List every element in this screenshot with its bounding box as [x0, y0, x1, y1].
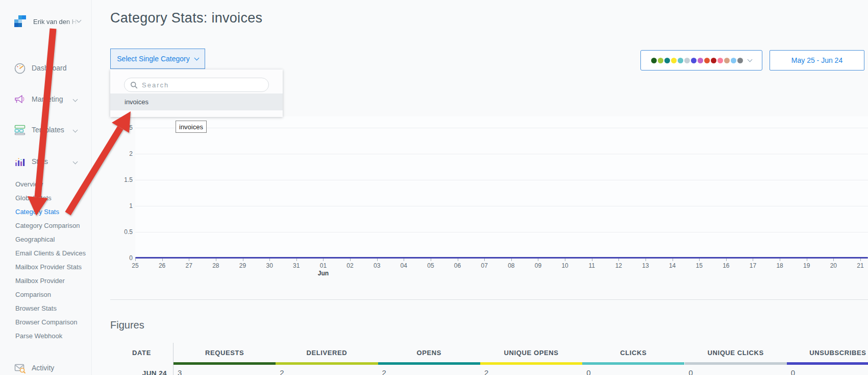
gridline — [135, 180, 868, 180]
y-tick-label: 0 — [113, 254, 133, 262]
x-tick — [833, 259, 834, 261]
category-search[interactable] — [124, 78, 269, 92]
category-dropdown-panel: invoices — [110, 69, 283, 117]
x-tick-label: 20 — [827, 262, 840, 269]
x-tick — [538, 259, 538, 261]
x-tick-label: 02 — [343, 262, 357, 269]
sidebar-item-label: Templates — [32, 126, 64, 134]
x-tick-label: 05 — [424, 262, 437, 269]
x-tick-label: 11 — [585, 262, 599, 269]
category-option-invoices[interactable]: invoices — [110, 93, 283, 110]
account-name: Erik van den Heu — [33, 18, 78, 26]
sidebar-subitem-category-comparison[interactable]: Category Comparison — [15, 219, 92, 232]
sidebar-item-activity[interactable]: Activity — [0, 358, 92, 375]
chart-plot-area — [135, 116, 868, 258]
x-tick-label: 15 — [692, 262, 706, 269]
category-stats-chart: 00.511.522.52526272829303101Jun020304050… — [0, 0, 868, 375]
x-tick-label: 31 — [290, 262, 303, 269]
x-tick-label: 12 — [612, 262, 625, 269]
x-tick-label: 07 — [478, 262, 491, 269]
dashboard-gauge-icon — [13, 61, 27, 75]
x-tick — [189, 259, 189, 261]
y-tick-label: 2.5 — [113, 124, 133, 131]
megaphone-icon — [13, 92, 27, 106]
x-tick-label: 09 — [531, 262, 544, 269]
sidebar-subitem-geographical[interactable]: Geographical — [15, 232, 92, 246]
x-tick-label: 04 — [397, 262, 410, 269]
x-tick — [646, 259, 646, 261]
sidebar-item-label: Activity — [32, 364, 54, 372]
sidebar-subitem-mailbox-provider-stats[interactable]: Mailbox Provider Stats — [15, 260, 92, 274]
category-tooltip: invoices — [176, 121, 207, 133]
x-tick — [404, 259, 404, 261]
x-tick-label: 14 — [666, 262, 679, 269]
y-tick-label: 0.5 — [113, 228, 133, 236]
y-tick-label: 1.5 — [113, 176, 133, 183]
x-tick-label: 29 — [236, 262, 250, 269]
y-tick-label: 2 — [113, 150, 133, 157]
sidebar-item-marketing[interactable]: Marketing — [0, 89, 92, 109]
x-tick-label: 10 — [558, 262, 572, 269]
gridline — [135, 128, 868, 128]
account-menu[interactable]: Erik van den Heu — [14, 15, 26, 27]
x-tick — [431, 259, 431, 261]
sidebar-item-templates[interactable]: Templates — [0, 120, 92, 140]
sidebar-item-label: Dashboard — [32, 64, 67, 72]
x-tick-label: 18 — [773, 262, 786, 269]
x-tick-label: 30 — [263, 262, 276, 269]
x-tick-label: 08 — [505, 262, 518, 269]
y-tick-label: 1 — [113, 202, 133, 209]
templates-icon — [13, 123, 27, 136]
search-icon — [130, 81, 138, 89]
x-tick-label: 26 — [156, 262, 169, 269]
app-window: Erik van den Heu Dashboard — [0, 0, 868, 375]
chevron-down-icon — [73, 97, 78, 102]
x-tick — [484, 259, 485, 261]
sidebar-subitem-category-stats[interactable]: Category Stats — [15, 205, 92, 219]
x-tick — [377, 259, 378, 261]
x-tick — [269, 259, 270, 261]
bar-chart-icon — [13, 155, 27, 168]
sidebar-subitem-overview[interactable]: Overview — [15, 177, 92, 191]
x-tick — [592, 259, 592, 261]
x-tick — [753, 259, 753, 261]
sidebar-subitem-global-stats[interactable]: Global Stats — [15, 191, 92, 205]
x-tick — [323, 259, 324, 261]
sidebar-item-stats[interactable]: Stats — [0, 151, 92, 172]
category-search-input[interactable] — [142, 81, 254, 89]
sidebar-item-label: Marketing — [32, 95, 63, 103]
x-tick — [807, 259, 807, 261]
sidebar-subitem-mailbox-provider-comparison[interactable]: Mailbox Provider Comparison — [15, 274, 92, 301]
x-tick-label: 17 — [746, 262, 759, 269]
sidebar-subitem-browser-comparison[interactable]: Browser Comparison — [15, 315, 92, 329]
chart-series-line — [135, 257, 868, 259]
x-tick — [726, 259, 727, 261]
x-tick — [135, 259, 136, 261]
sidebar-subitem-email-clients-devices[interactable]: Email Clients & Devices — [15, 246, 92, 260]
x-tick — [162, 259, 163, 261]
x-tick — [350, 259, 351, 261]
x-tick — [458, 259, 458, 261]
gridline — [135, 154, 868, 154]
x-tick — [780, 259, 780, 261]
x-tick — [673, 259, 673, 261]
sidebar-subitem-browser-stats[interactable]: Browser Stats — [15, 301, 92, 315]
stats-subnav: OverviewGlobal StatsCategory StatsCatego… — [15, 177, 92, 343]
x-tick — [296, 259, 297, 261]
activity-envelope-search-icon — [13, 361, 27, 374]
chevron-down-icon — [73, 159, 78, 165]
gridline — [135, 206, 868, 206]
sidebar-subitem-parse-webhook[interactable]: Parse Webhook — [15, 329, 92, 343]
sidebar-item-dashboard[interactable]: Dashboard — [0, 58, 92, 78]
gridline — [135, 232, 868, 232]
x-tick — [565, 259, 565, 261]
x-tick-label: 25 — [129, 262, 142, 269]
x-tick — [699, 259, 700, 261]
x-tick-label: 03 — [370, 262, 384, 269]
x-tick — [243, 259, 243, 261]
x-tick-label: 13 — [639, 262, 652, 269]
x-tick-label: 06 — [451, 262, 464, 269]
x-tick-label: 27 — [182, 262, 195, 269]
x-tick — [860, 259, 861, 261]
x-tick-label: 19 — [800, 262, 813, 269]
